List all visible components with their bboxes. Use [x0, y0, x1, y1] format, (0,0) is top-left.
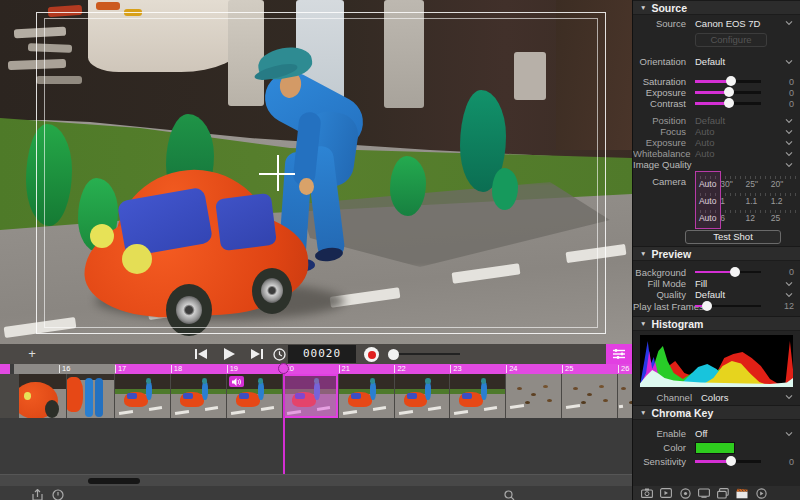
clock-icon[interactable]: [52, 487, 65, 499]
camera-value-cell[interactable]: 25: [771, 212, 796, 225]
previous-frame-button[interactable]: [190, 346, 212, 362]
frame-thumbnail[interactable]: [618, 374, 632, 418]
slider-track[interactable]: [695, 80, 761, 83]
frame-thumbnail[interactable]: [115, 374, 170, 418]
chevron-down-icon[interactable]: [785, 147, 793, 158]
ruler-tick-label: 22: [397, 364, 405, 374]
monitor-icon[interactable]: [698, 488, 710, 499]
slider-knob[interactable]: [726, 76, 736, 86]
ruler-tick-label: 25: [565, 364, 573, 374]
frame-thumbnail[interactable]: [19, 374, 66, 418]
slider-knob[interactable]: [724, 98, 734, 108]
dropdown-value[interactable]: Default: [695, 289, 725, 300]
frame-thumbnail[interactable]: [339, 374, 394, 418]
dropdown-value[interactable]: Canon EOS 7D: [695, 18, 760, 29]
camera-grid[interactable]: Auto30"25"20"Auto11.11.2Auto61225: [695, 174, 796, 225]
section-header-source[interactable]: ▼Source: [633, 0, 800, 15]
slider-value: 12: [784, 301, 794, 311]
section-header-preview[interactable]: ▼Preview: [633, 246, 800, 261]
disclosure-triangle-icon[interactable]: ▼: [640, 4, 646, 11]
slider-knob[interactable]: [702, 301, 712, 311]
frame-thumbnail[interactable]: [506, 374, 561, 418]
camera-value-cell[interactable]: 30": [720, 178, 745, 191]
slider-knob[interactable]: [726, 456, 736, 466]
camera-value-cell[interactable]: 1.2: [771, 195, 796, 208]
focus-label: Focus: [633, 126, 695, 137]
slider-track[interactable]: [695, 91, 761, 94]
slider-track[interactable]: [695, 271, 761, 274]
chevron-down-icon[interactable]: [785, 390, 793, 401]
record-button[interactable]: [364, 347, 379, 362]
camera-value-cell[interactable]: 12: [746, 212, 771, 225]
play-circle-icon[interactable]: [755, 488, 767, 499]
dropdown-value[interactable]: Default: [695, 56, 725, 67]
scrollbar-thumb[interactable]: [88, 478, 140, 484]
chroma-color-swatch[interactable]: [695, 442, 735, 454]
section-header-histogram[interactable]: ▼Histogram: [633, 316, 800, 331]
chevron-down-icon[interactable]: [785, 55, 793, 66]
disclosure-triangle-icon[interactable]: ▼: [640, 409, 646, 416]
camera-value-cell[interactable]: 6: [720, 212, 745, 225]
ruler-tick: [506, 365, 507, 373]
dropdown-value[interactable]: Fill: [695, 278, 707, 289]
slider-value: 0: [789, 88, 794, 98]
section-header-chroma-key[interactable]: ▼Chroma Key: [633, 405, 800, 420]
channel-value[interactable]: Colors: [701, 392, 728, 403]
frame-thumbnail-selected[interactable]: [283, 374, 338, 418]
timeline-settings-button[interactable]: [606, 344, 632, 364]
chevron-down-icon[interactable]: [785, 16, 793, 27]
camera-viewport[interactable]: [0, 0, 632, 344]
timer-clock-icon[interactable]: [268, 346, 290, 362]
slider-knob[interactable]: [730, 267, 740, 277]
test-shot-button[interactable]: Test Shot: [685, 230, 781, 244]
playhead-handle[interactable]: [278, 363, 289, 374]
dropdown-value[interactable]: Off: [695, 428, 708, 439]
audio-clip-badge[interactable]: [229, 376, 244, 387]
frame-thumbnail[interactable]: [562, 374, 617, 418]
chevron-down-icon[interactable]: [785, 125, 793, 136]
slider-knob[interactable]: [724, 87, 734, 97]
chevron-down-icon[interactable]: [785, 158, 793, 169]
dropdown-value[interactable]: Auto: [695, 137, 715, 148]
slider-track[interactable]: [695, 305, 761, 308]
chevron-down-icon[interactable]: [785, 427, 793, 438]
play-button[interactable]: [218, 346, 240, 362]
camera-value-cell[interactable]: 20": [771, 178, 796, 191]
timeline-ruler[interactable]: 1617181920212223242526: [0, 364, 632, 374]
clapperboard-icon[interactable]: [736, 488, 748, 499]
frame-thumbnail[interactable]: [395, 374, 449, 418]
dropdown-value[interactable]: Default: [695, 115, 725, 126]
dropdown-value[interactable]: Auto: [695, 148, 715, 159]
video-play-icon[interactable]: [660, 488, 672, 499]
camera-icon[interactable]: [641, 488, 653, 499]
chevron-down-icon[interactable]: [785, 114, 793, 125]
slider-track[interactable]: [695, 102, 761, 105]
chevron-down-icon[interactable]: [785, 277, 793, 288]
export-icon[interactable]: [32, 487, 45, 499]
timeline-scrollbar[interactable]: [0, 474, 632, 486]
chevron-down-icon[interactable]: [785, 136, 793, 147]
camera-value-cell[interactable]: 25": [746, 178, 771, 191]
record-circle-icon[interactable]: [679, 488, 691, 499]
chevron-down-icon[interactable]: [785, 288, 793, 299]
section-body-histogram: ChannelColors: [633, 335, 800, 405]
sensitivity-row: Sensitivity0: [633, 455, 800, 468]
bottom-toolbar: [0, 486, 632, 500]
camera-value-cell[interactable]: 1.1: [746, 195, 771, 208]
add-frame-button[interactable]: +: [24, 346, 40, 362]
camera-value-cell[interactable]: 1: [720, 195, 745, 208]
channel-label: Channel: [633, 392, 701, 403]
dropdown-value[interactable]: Auto: [695, 126, 715, 137]
timeline-track-area[interactable]: [0, 418, 632, 474]
frame-thumbnail[interactable]: [227, 374, 282, 418]
disclosure-triangle-icon[interactable]: ▼: [640, 320, 646, 327]
next-frame-button[interactable]: [246, 346, 268, 362]
frame-thumbnail[interactable]: [67, 374, 114, 418]
saturation-row: Saturation0: [633, 76, 800, 87]
onion-skin-slider[interactable]: [390, 353, 460, 355]
layers-icon[interactable]: [717, 488, 729, 499]
frame-thumbnail[interactable]: [450, 374, 505, 418]
frame-thumbnail[interactable]: [171, 374, 226, 418]
disclosure-triangle-icon[interactable]: ▼: [640, 250, 646, 257]
slider-track[interactable]: [695, 460, 761, 463]
